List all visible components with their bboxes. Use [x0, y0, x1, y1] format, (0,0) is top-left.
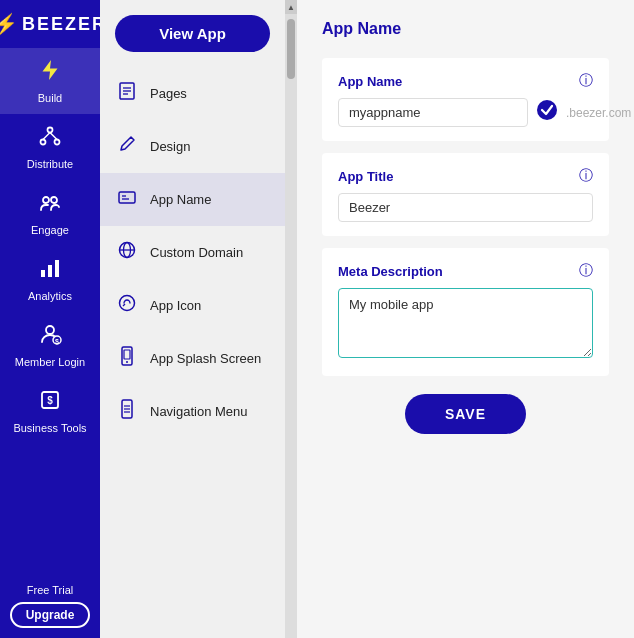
app-title-field: App Title ⓘ — [322, 153, 609, 236]
app-name-info-icon[interactable]: ⓘ — [579, 72, 593, 90]
svg-point-25 — [120, 296, 135, 311]
nav-item-custom-domain[interactable]: Custom Domain — [100, 226, 285, 279]
app-name-icon — [116, 187, 138, 212]
meta-description-info-icon[interactable]: ⓘ — [579, 262, 593, 280]
svg-point-5 — [43, 197, 49, 203]
nav-item-pages[interactable]: Pages — [100, 67, 285, 120]
save-button[interactable]: SAVE — [405, 394, 526, 434]
app-name-input[interactable] — [338, 98, 528, 127]
svg-line-4 — [50, 133, 57, 140]
app-title-field-label: App Title — [338, 169, 393, 184]
sidebar-item-analytics-label: Analytics — [28, 290, 72, 302]
svg-point-1 — [41, 140, 46, 145]
lightning-icon: ⚡ — [0, 12, 18, 36]
build-icon — [38, 58, 62, 88]
svg-rect-9 — [55, 260, 59, 277]
app-icon-icon — [116, 293, 138, 318]
nav-item-app-icon[interactable]: App Icon — [100, 279, 285, 332]
svg-rect-28 — [124, 350, 130, 359]
svg-text:$: $ — [47, 395, 53, 406]
sidebar-item-analytics[interactable]: Analytics — [0, 246, 100, 312]
sidebar-bottom: Free Trial Upgrade — [0, 574, 100, 638]
meta-description-field-label: Meta Description — [338, 264, 443, 279]
pages-icon — [116, 81, 138, 106]
sidebar-item-distribute[interactable]: Distribute — [0, 114, 100, 180]
nav-item-navigation-menu-label: Navigation Menu — [150, 404, 248, 419]
svg-rect-19 — [119, 192, 135, 203]
sidebar-item-distribute-label: Distribute — [27, 158, 73, 170]
nav-item-app-splash-screen-label: App Splash Screen — [150, 351, 261, 366]
sidebar-item-member-login[interactable]: $ Member Login — [0, 312, 100, 378]
free-trial-label: Free Trial — [27, 584, 73, 596]
nav-item-app-name[interactable]: App Name — [100, 173, 285, 226]
svg-line-26 — [123, 304, 125, 306]
svg-point-10 — [46, 326, 54, 334]
navigation-menu-icon — [116, 399, 138, 424]
svg-text:$: $ — [55, 338, 59, 346]
custom-domain-icon — [116, 240, 138, 265]
beezer-suffix: .beezer.com — [566, 106, 631, 120]
app-title-input[interactable] — [338, 193, 593, 222]
meta-description-field: Meta Description ⓘ My mobile app — [322, 248, 609, 376]
business-tools-icon: $ — [38, 388, 62, 418]
sidebar-item-build-label: Build — [38, 92, 62, 104]
app-name-field: App Name ⓘ .beezer.com — [322, 58, 609, 141]
member-login-icon: $ — [38, 322, 62, 352]
svg-point-2 — [55, 140, 60, 145]
sidebar-item-business-tools[interactable]: $ Business Tools — [0, 378, 100, 444]
view-app-button[interactable]: View App — [115, 15, 270, 52]
meta-description-textarea[interactable]: My mobile app — [338, 288, 593, 358]
main-content: App Name App Name ⓘ .beezer.com — [297, 0, 634, 638]
engage-icon — [38, 190, 62, 220]
scroll-up-arrow[interactable]: ▲ — [285, 0, 297, 14]
nav-item-app-name-label: App Name — [150, 192, 211, 207]
svg-point-0 — [48, 128, 53, 133]
app-title-info-icon[interactable]: ⓘ — [579, 167, 593, 185]
nav-panel: View App Pages Design — [100, 0, 285, 638]
svg-point-29 — [126, 361, 128, 363]
upgrade-button[interactable]: Upgrade — [10, 602, 91, 628]
sidebar-logo: ⚡ BEEZER — [0, 0, 100, 48]
app-name-field-label: App Name — [338, 74, 402, 89]
page-heading: App Name — [322, 20, 609, 38]
scroll-thumb[interactable] — [287, 19, 295, 79]
sidebar-item-engage[interactable]: Engage — [0, 180, 100, 246]
nav-item-app-icon-label: App Icon — [150, 298, 201, 313]
scrollbar-track[interactable]: ▲ — [285, 0, 297, 638]
nav-item-design[interactable]: Design — [100, 120, 285, 173]
analytics-icon — [38, 256, 62, 286]
sidebar-nav: Build Distribute — [0, 48, 100, 574]
logo-text: BEEZER — [22, 14, 100, 35]
nav-item-custom-domain-label: Custom Domain — [150, 245, 243, 260]
sidebar-item-business-tools-label: Business Tools — [13, 422, 86, 434]
svg-point-34 — [537, 100, 557, 120]
svg-rect-8 — [48, 265, 52, 277]
sidebar-item-engage-label: Engage — [31, 224, 69, 236]
nav-item-app-splash-screen[interactable]: App Splash Screen — [100, 332, 285, 385]
svg-line-3 — [43, 133, 50, 140]
check-icon — [536, 99, 558, 126]
nav-item-pages-label: Pages — [150, 86, 187, 101]
nav-item-design-label: Design — [150, 139, 190, 154]
svg-rect-7 — [41, 270, 45, 277]
sidebar: ⚡ BEEZER Build Distribute — [0, 0, 100, 638]
sidebar-item-member-login-label: Member Login — [15, 356, 85, 368]
svg-point-6 — [51, 197, 57, 203]
app-splash-screen-icon — [116, 346, 138, 371]
sidebar-item-build[interactable]: Build — [0, 48, 100, 114]
nav-panel-items: Pages Design App Name — [100, 67, 285, 638]
nav-item-navigation-menu[interactable]: Navigation Menu — [100, 385, 285, 438]
distribute-icon — [38, 124, 62, 154]
design-icon — [116, 134, 138, 159]
